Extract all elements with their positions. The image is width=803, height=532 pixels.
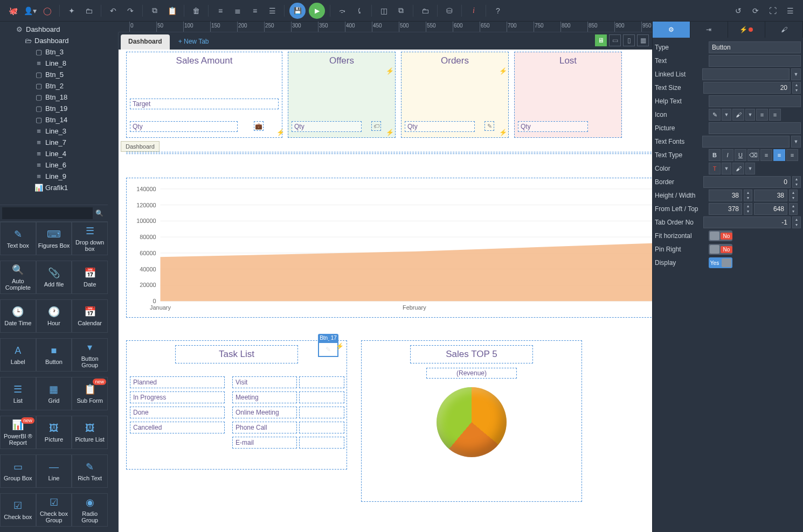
- tab-dashboard[interactable]: Dashboard: [121, 34, 170, 50]
- task-value[interactable]: [299, 437, 344, 449]
- tab-new[interactable]: + New Tab: [171, 34, 217, 50]
- dropdown-icon[interactable]: ▼: [722, 109, 731, 121]
- task-type[interactable]: E-mail: [232, 437, 297, 449]
- paste-icon[interactable]: 📋: [164, 3, 179, 18]
- tree-item[interactable]: ≡Line_8: [0, 58, 108, 69]
- step-over-icon[interactable]: ⤼: [335, 3, 350, 18]
- search-input[interactable]: [2, 207, 93, 219]
- card-task-list[interactable]: Task List PlannedIn ProgressDoneCancelle…: [126, 340, 347, 470]
- bold-btn[interactable]: B: [709, 149, 721, 161]
- align-left-btn[interactable]: ≡: [760, 149, 772, 161]
- info-icon[interactable]: i: [466, 3, 481, 18]
- open-folder-icon[interactable]: 🗀: [418, 3, 433, 18]
- palette-item[interactable]: 🖼Picture List: [72, 416, 108, 449]
- toggle-display[interactable]: Yes: [709, 257, 732, 268]
- italic-btn[interactable]: I: [722, 149, 733, 161]
- task-status[interactable]: Planned: [130, 376, 225, 388]
- tab-settings-icon[interactable]: ⚙: [653, 22, 690, 38]
- chart-area[interactable]: 020000400006000080000100000120000140000J…: [126, 178, 652, 318]
- field-target[interactable]: Target: [130, 99, 279, 109]
- save-button[interactable]: 💾: [289, 3, 306, 19]
- dropdown-icon[interactable]: ▼: [745, 109, 755, 121]
- spinner[interactable]: [789, 203, 798, 215]
- tree-item[interactable]: ▢Btn_3: [0, 46, 108, 58]
- prop-linkedlist-input[interactable]: [702, 68, 790, 80]
- panel-b-icon[interactable]: ⧉: [393, 3, 409, 18]
- card-lost[interactable]: Lost Qty: [514, 52, 622, 138]
- dropdown-icon[interactable]: ▼: [722, 163, 731, 174]
- underline-btn[interactable]: U: [735, 149, 746, 161]
- task-status[interactable]: In Progress: [130, 391, 225, 403]
- tree-item[interactable]: ≡Line_6: [0, 159, 108, 171]
- card-sales-top5[interactable]: Sales TOP 5 (Revenue): [361, 340, 582, 502]
- palette-item[interactable]: ▦Grid: [36, 377, 72, 410]
- align-center-icon[interactable]: ≣: [230, 3, 245, 18]
- palette-item[interactable]: ✎Rich Text: [72, 454, 108, 488]
- align-right-icon[interactable]: ≡: [247, 3, 262, 18]
- icon-align-right[interactable]: ≡: [769, 109, 781, 121]
- toggle-pin-right[interactable]: No: [709, 244, 732, 255]
- palette-item[interactable]: 🕐Hour: [36, 299, 72, 333]
- card-orders[interactable]: Orders ⚡ Qty ✎ ⚡: [401, 52, 509, 138]
- tree-item[interactable]: 📊Grafik1: [0, 182, 108, 193]
- step-in-icon[interactable]: ⤹: [352, 3, 367, 18]
- tab-code-icon[interactable]: ⚡: [728, 22, 766, 38]
- card-offers[interactable]: Offers ⚡ Qty 🏷 ⚡: [288, 52, 396, 138]
- dropdown-icon[interactable]: ▼: [745, 163, 755, 174]
- panel-a-icon[interactable]: ◫: [376, 3, 391, 18]
- menu-icon[interactable]: ☰: [783, 3, 798, 18]
- tree-item[interactable]: ≡Line_4: [0, 148, 108, 159]
- palette-item[interactable]: ◉Radio Group: [72, 493, 108, 527]
- spinner[interactable]: [744, 190, 752, 201]
- prop-width-input[interactable]: [754, 190, 787, 201]
- copy-icon[interactable]: ⧉: [147, 3, 162, 18]
- field-qty[interactable]: Qty: [292, 121, 362, 132]
- tag-icon[interactable]: 🏷: [371, 121, 381, 131]
- palette-item[interactable]: 🕒Date Time: [0, 299, 36, 333]
- tab-events-icon[interactable]: ⇥: [690, 22, 728, 38]
- tree-item[interactable]: ▢Btn_19: [0, 103, 108, 114]
- tree-dashboard-folder[interactable]: 🗁Dashboard: [0, 35, 108, 46]
- palette-item[interactable]: 🔍Auto Complete: [0, 261, 36, 294]
- palette-item[interactable]: ✎Text box: [0, 222, 36, 255]
- task-value[interactable]: [299, 422, 344, 433]
- icon-align-left[interactable]: ≡: [756, 109, 768, 121]
- bg-color-btn[interactable]: 🖌: [732, 163, 744, 174]
- prop-helptext-input[interactable]: [709, 95, 801, 107]
- task-status[interactable]: Done: [130, 407, 225, 418]
- prop-border-input[interactable]: [703, 176, 791, 188]
- database-icon[interactable]: ⛁: [442, 3, 457, 18]
- tree-item[interactable]: ▢Btn_2: [0, 80, 108, 92]
- palette-item[interactable]: 📎Add file: [36, 261, 72, 294]
- task-type[interactable]: Phone Call: [232, 422, 297, 433]
- palette-item[interactable]: ☰List: [0, 377, 36, 410]
- align-left-icon[interactable]: ≡: [213, 3, 228, 18]
- tree-item[interactable]: ▢Btn_5: [0, 69, 108, 80]
- prop-taborder-input[interactable]: [703, 216, 791, 228]
- dropdown-icon[interactable]: ▼: [791, 68, 801, 80]
- palette-item[interactable]: ▭Group Box: [0, 454, 36, 488]
- prop-top-input[interactable]: [754, 203, 787, 215]
- palette-item[interactable]: ALabel: [0, 338, 36, 372]
- wand-icon[interactable]: ✦: [64, 3, 79, 18]
- tree-item[interactable]: ≡Line_7: [0, 137, 108, 148]
- task-type[interactable]: Visit: [232, 376, 297, 388]
- tree-item[interactable]: ▢Btn_18: [0, 92, 108, 103]
- task-value[interactable]: [299, 407, 344, 418]
- view-grid-icon[interactable]: ▦: [637, 34, 649, 46]
- align-center-btn[interactable]: ≡: [773, 149, 785, 161]
- palette-item[interactable]: ▾Button Group: [72, 338, 108, 372]
- palette-item[interactable]: ☑Check box Group: [36, 493, 72, 527]
- field-qty[interactable]: Qty: [518, 121, 588, 132]
- view-desktop-icon[interactable]: 🖥: [595, 34, 607, 46]
- view-phone-icon[interactable]: ▯: [623, 34, 635, 46]
- tab-appearance-icon[interactable]: 🖌: [765, 22, 803, 38]
- palette-item[interactable]: ■Button: [36, 338, 72, 372]
- align-right-btn[interactable]: ≡: [786, 149, 798, 161]
- octopus-icon[interactable]: 🐙: [5, 3, 20, 18]
- icon-color-btn[interactable]: 🖌: [732, 109, 744, 121]
- task-value[interactable]: [299, 391, 344, 403]
- spinner[interactable]: [792, 216, 801, 228]
- history-icon[interactable]: ↺: [731, 3, 746, 18]
- text-color-btn[interactable]: T: [709, 163, 721, 174]
